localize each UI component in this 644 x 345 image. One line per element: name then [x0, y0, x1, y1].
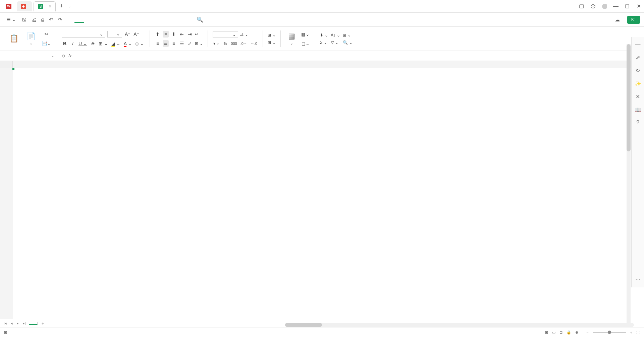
- loop-icon[interactable]: ↻: [636, 67, 640, 74]
- fill-color-button[interactable]: ◢ ⌄: [111, 40, 121, 47]
- view-page-icon[interactable]: ▭: [552, 330, 555, 335]
- cut-icon[interactable]: ✂: [41, 31, 52, 38]
- settings-icon[interactable]: ✕: [636, 93, 640, 100]
- scrollbar-thumb[interactable]: [285, 323, 322, 327]
- cells-area[interactable]: [13, 68, 644, 319]
- tab-start[interactable]: [74, 17, 84, 23]
- format-painter-group[interactable]: 📋: [7, 34, 21, 44]
- increase-decimal-icon[interactable]: .0→: [240, 41, 248, 46]
- bold-button[interactable]: B: [62, 40, 68, 47]
- cell-style-icon[interactable]: ◻⌄: [301, 40, 310, 47]
- zoom-in-button[interactable]: +: [630, 331, 632, 335]
- fullscreen-icon[interactable]: ⛶: [636, 331, 640, 335]
- align-middle-icon[interactable]: ≡: [163, 31, 169, 38]
- tab-menu-dropdown[interactable]: ⌄: [68, 4, 71, 8]
- wrap-text-button[interactable]: ↩: [195, 32, 199, 37]
- clear-format-button[interactable]: ◇ ⌄: [135, 40, 145, 47]
- cube-icon[interactable]: [590, 4, 596, 9]
- close-button[interactable]: ✕: [636, 4, 641, 9]
- horizontal-scrollbar[interactable]: [285, 323, 634, 327]
- close-icon[interactable]: ×: [49, 4, 51, 9]
- minimize-button[interactable]: —: [613, 4, 619, 9]
- percent-icon[interactable]: %: [222, 41, 228, 46]
- freeze-button[interactable]: ⊞ ⌄: [343, 33, 353, 38]
- rowcol-button[interactable]: ⊞ ⌄: [268, 33, 276, 38]
- print-icon[interactable]: ⎙: [40, 15, 46, 24]
- file-menu[interactable]: ☰ ⌄: [4, 16, 18, 23]
- filter-button[interactable]: ▽ ⌄: [331, 40, 340, 45]
- font-size-select[interactable]: ⌄: [107, 31, 122, 38]
- strikethrough-button[interactable]: A: [90, 40, 96, 47]
- fill-handle[interactable]: [12, 68, 14, 70]
- increase-indent-icon[interactable]: ⇥: [187, 31, 193, 38]
- fill-button[interactable]: ⬇ ⌄: [320, 33, 328, 38]
- tab-member[interactable]: [166, 17, 175, 22]
- align-left-icon[interactable]: ≡: [155, 40, 161, 47]
- italic-button[interactable]: I: [70, 40, 76, 47]
- orientation-icon[interactable]: ⤢: [187, 40, 193, 47]
- justify-icon[interactable]: ☰: [179, 40, 185, 47]
- align-top-icon[interactable]: ⬆: [155, 31, 161, 38]
- copy-icon[interactable]: 📑⌄: [41, 40, 52, 47]
- add-tab-button[interactable]: +: [56, 3, 67, 10]
- view-normal-icon[interactable]: ⊞: [545, 330, 548, 335]
- decrease-indent-icon[interactable]: ⇤: [179, 31, 185, 38]
- paste-group[interactable]: 📄 ⌄: [24, 32, 38, 46]
- number-format-select[interactable]: ⌄: [213, 31, 238, 38]
- avatar-icon[interactable]: [602, 4, 607, 9]
- view-break-icon[interactable]: ⊡: [559, 330, 562, 335]
- cloud-icon[interactable]: ☁: [613, 15, 621, 24]
- sort-button[interactable]: A↓ ⌄: [331, 33, 340, 38]
- cancel-formula-icon[interactable]: ⊖: [62, 54, 65, 58]
- ai-icon[interactable]: ✨: [635, 80, 641, 87]
- sheet-first-icon[interactable]: |◂: [3, 321, 8, 326]
- vertical-scrollbar[interactable]: [627, 44, 631, 326]
- currency-icon[interactable]: ¥ ⌄: [213, 41, 220, 46]
- select-all-corner[interactable]: [0, 61, 13, 68]
- more-icon[interactable]: ⋯: [635, 276, 641, 283]
- border-button[interactable]: ⊞ ⌄: [98, 40, 109, 47]
- document-tab[interactable]: S ×: [34, 1, 56, 11]
- zoom-out-button[interactable]: −: [586, 331, 588, 335]
- cond-format-group[interactable]: ▦ ⌄: [285, 32, 298, 46]
- share-button[interactable]: ⇱: [627, 16, 640, 24]
- tablet-mode-icon[interactable]: [579, 4, 584, 9]
- comma-icon[interactable]: 000: [230, 41, 237, 46]
- align-center-icon[interactable]: ≣: [163, 40, 169, 47]
- align-bottom-icon[interactable]: ⬇: [171, 31, 177, 38]
- redo-icon[interactable]: ↷: [57, 15, 64, 24]
- sheet-last-icon[interactable]: ▸|: [22, 321, 27, 326]
- decrease-font-icon[interactable]: A⁻: [133, 31, 140, 38]
- read-icon[interactable]: 📖: [635, 107, 641, 113]
- tab-efficiency[interactable]: [177, 17, 186, 22]
- decrease-decimal-icon[interactable]: ←.0: [250, 41, 258, 46]
- save-icon[interactable]: 🖫: [20, 15, 28, 24]
- tab-view[interactable]: [143, 17, 152, 22]
- worksheet-button[interactable]: ⊞ ⌄: [268, 40, 276, 45]
- underline-button[interactable]: U ⌄: [78, 40, 88, 47]
- scrollbar-thumb[interactable]: [627, 44, 631, 151]
- table-style-icon[interactable]: ▦⌄: [301, 31, 310, 38]
- align-right-icon[interactable]: ≡: [171, 40, 177, 47]
- tab-tools[interactable]: [154, 17, 164, 22]
- font-color-button[interactable]: A ⌄: [123, 40, 132, 47]
- find-button[interactable]: 🔍 ⌄: [343, 40, 353, 45]
- sheet-prev-icon[interactable]: ◂: [10, 321, 14, 326]
- sheet-next-icon[interactable]: ▸: [16, 321, 20, 326]
- sheet-tab-sheet1[interactable]: [29, 322, 38, 325]
- print-preview-icon[interactable]: 🖨: [30, 15, 38, 24]
- tab-page[interactable]: [97, 17, 107, 22]
- target-icon[interactable]: ⊕: [575, 330, 578, 335]
- undo-icon[interactable]: ↶: [48, 15, 55, 24]
- tab-data[interactable]: [120, 17, 129, 22]
- formula-input[interactable]: [75, 54, 639, 58]
- status-icon[interactable]: ⊞: [4, 330, 7, 335]
- sum-button[interactable]: Σ ⌄: [320, 40, 328, 45]
- chevron-down-icon[interactable]: ⌄: [51, 54, 54, 58]
- name-box[interactable]: ⌄: [0, 51, 57, 61]
- increase-font-icon[interactable]: A⁺: [124, 31, 131, 38]
- font-name-select[interactable]: ⌄: [62, 31, 105, 38]
- lock-icon[interactable]: 🔒: [567, 330, 571, 335]
- help-icon[interactable]: ?: [636, 120, 639, 126]
- maximize-button[interactable]: [625, 4, 630, 9]
